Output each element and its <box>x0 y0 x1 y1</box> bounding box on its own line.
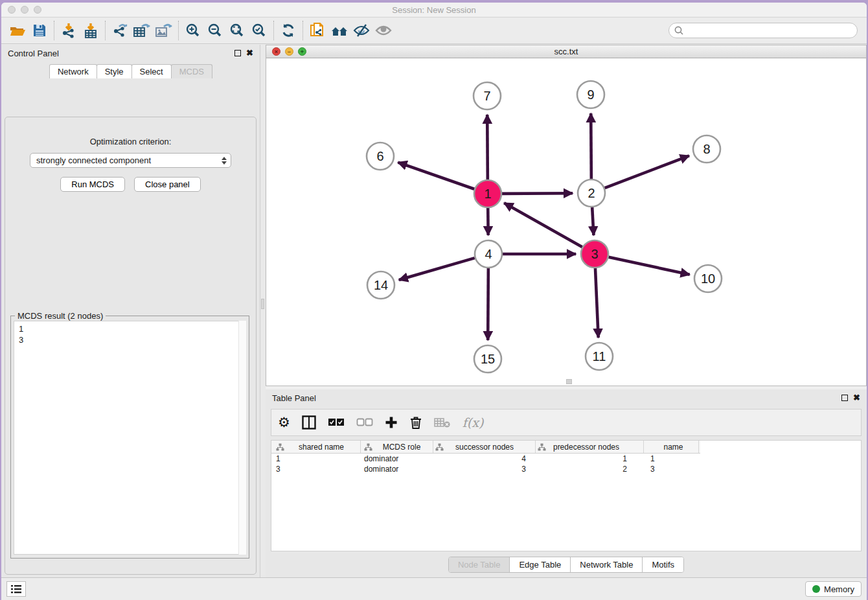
network-maximize-button[interactable]: + <box>298 47 306 56</box>
tab-node-table[interactable]: Node Table <box>449 557 510 572</box>
tab-motifs[interactable]: Motifs <box>643 557 683 572</box>
add-column-icon[interactable] <box>385 413 398 432</box>
table-panel: Table Panel ✖ ⚙ <box>266 389 867 577</box>
network-canvas[interactable]: 7968124314101511 <box>266 58 866 386</box>
status-bar: Memory <box>1 577 867 600</box>
network-minimize-button[interactable]: − <box>285 47 293 56</box>
column-header-successor-nodes[interactable]: successor nodes <box>433 441 536 453</box>
show-all-icon[interactable] <box>372 20 394 41</box>
svg-text:14: 14 <box>374 278 388 292</box>
control-panel-tabs: Network Style Select MCDS <box>1 64 260 78</box>
network-resize-grip[interactable] <box>566 379 572 384</box>
list-icon <box>11 585 21 594</box>
gear-icon[interactable]: ⚙ <box>278 413 290 432</box>
float-panel-icon[interactable] <box>234 50 241 56</box>
open-session-icon[interactable] <box>6 20 29 41</box>
close-table-panel-icon[interactable]: ✖ <box>853 395 860 401</box>
zoom-fit-icon[interactable] <box>226 20 248 41</box>
table-panel-title: Table Panel <box>272 393 316 403</box>
close-panel-button[interactable]: Close panel <box>134 177 201 192</box>
show-panels-button[interactable] <box>6 581 26 597</box>
sitemap-icon <box>538 443 546 451</box>
network-window: × − + scc.txt 79681243141015 <box>266 45 867 386</box>
export-image-icon[interactable] <box>153 20 175 41</box>
zoom-out-icon[interactable] <box>204 20 226 41</box>
export-table-icon[interactable] <box>131 20 153 41</box>
app-window: Session: New Session <box>1 3 867 600</box>
tab-edge-table[interactable]: Edge Table <box>510 557 571 572</box>
table-toolbar: ⚙ <box>271 409 862 436</box>
svg-text:4: 4 <box>485 247 492 261</box>
tab-style[interactable]: Style <box>97 64 132 78</box>
table-row[interactable]: 1 dominator 4 1 1 <box>271 454 700 464</box>
mcds-panel: Optimization criterion: strongly connect… <box>5 117 257 575</box>
network-graph: 7968124314101511 <box>266 58 866 384</box>
svg-text:7: 7 <box>483 89 490 103</box>
control-panel: Control Panel ✖ Network Style Select MCD… <box>1 45 260 577</box>
svg-text:9: 9 <box>587 87 594 102</box>
sitemap-icon <box>276 443 284 451</box>
import-network-icon[interactable] <box>58 20 80 41</box>
column-header-predecessor-nodes[interactable]: predecessor nodes <box>536 441 644 453</box>
first-neighbors-icon[interactable] <box>328 20 350 41</box>
column-header-shared-name[interactable]: shared name <box>271 441 361 453</box>
export-network-icon[interactable] <box>109 20 131 41</box>
window-title: Session: New Session <box>1 5 867 15</box>
hide-selected-icon[interactable] <box>350 20 372 41</box>
tab-network[interactable]: Network <box>49 64 97 78</box>
titlebar: Session: New Session <box>1 3 867 17</box>
svg-text:11: 11 <box>593 349 606 363</box>
save-session-icon[interactable] <box>29 20 51 41</box>
svg-text:3: 3 <box>591 247 598 261</box>
svg-text:10: 10 <box>701 271 715 286</box>
mcds-result-text[interactable]: 1 3 <box>14 321 246 555</box>
copy-network-icon[interactable] <box>306 20 328 41</box>
mcds-result-title: MCDS result (2 nodes) <box>15 311 106 321</box>
search-box[interactable] <box>668 23 858 38</box>
table-header-row: shared name MCDS role successor nodes <box>271 441 700 454</box>
zoom-selected-icon[interactable] <box>248 20 270 41</box>
sitemap-icon <box>435 443 444 451</box>
tab-select[interactable]: Select <box>131 64 172 78</box>
main-toolbar <box>1 17 867 44</box>
table-tabs: Node Table Edge Table Network Table Moti… <box>448 557 684 573</box>
network-window-titlebar[interactable]: × − + scc.txt <box>266 45 866 58</box>
svg-text:6: 6 <box>376 149 383 163</box>
panel-divider[interactable] <box>260 45 266 577</box>
function-builder-icon: f(x) <box>463 413 484 432</box>
chevron-updown-icon <box>222 157 227 165</box>
tab-network-table[interactable]: Network Table <box>571 557 643 572</box>
column-header-name[interactable]: name <box>644 441 699 453</box>
svg-text:8: 8 <box>703 142 710 156</box>
float-table-panel-icon[interactable] <box>841 395 848 401</box>
node-table: shared name MCDS role successor nodes <box>271 440 862 551</box>
refresh-layout-icon[interactable] <box>277 20 299 41</box>
search-icon <box>674 26 684 36</box>
tab-mcds[interactable]: MCDS <box>171 64 212 78</box>
svg-text:1: 1 <box>484 187 491 201</box>
svg-text:2: 2 <box>588 186 595 200</box>
optimization-criterion-select[interactable]: strongly connected component <box>30 153 231 168</box>
mcds-result-group: MCDS result (2 nodes) 1 3 <box>10 316 249 559</box>
column-layout-icon[interactable] <box>302 413 316 432</box>
search-input[interactable] <box>688 26 852 35</box>
column-header-mcds-role[interactable]: MCDS role <box>361 441 433 453</box>
network-window-title: scc.txt <box>266 47 866 56</box>
close-panel-icon[interactable]: ✖ <box>246 50 253 56</box>
table-row[interactable]: 3 dominator 3 2 3 <box>271 464 700 474</box>
delete-column-icon[interactable] <box>409 413 422 432</box>
sitemap-icon <box>364 443 372 451</box>
memory-button[interactable]: Memory <box>805 581 862 597</box>
optimization-criterion-label: Optimization criterion: <box>5 137 256 146</box>
network-close-button[interactable]: × <box>272 47 280 56</box>
control-panel-title: Control Panel <box>8 49 59 58</box>
select-all-icon[interactable] <box>328 413 345 432</box>
delete-table-icon <box>434 413 451 432</box>
run-mcds-button[interactable]: Run MCDS <box>60 177 125 192</box>
result-scrollbar[interactable] <box>238 321 246 555</box>
deselect-all-icon[interactable] <box>356 413 373 432</box>
import-table-icon[interactable] <box>80 20 102 41</box>
svg-text:15: 15 <box>481 352 495 366</box>
memory-status-dot <box>812 585 820 593</box>
zoom-in-icon[interactable] <box>182 20 204 41</box>
